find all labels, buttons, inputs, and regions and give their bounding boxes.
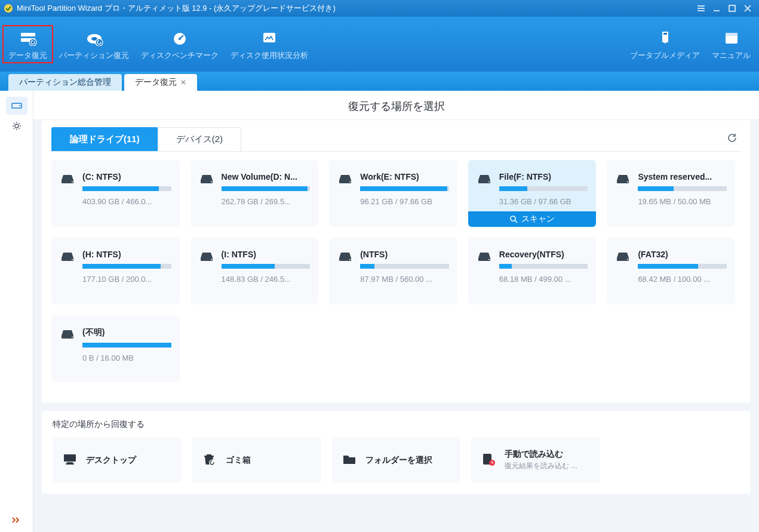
svg-point-21 (488, 182, 490, 183)
svg-point-18 (72, 182, 73, 183)
close-button[interactable] (740, 2, 755, 15)
toolbar-ディスクベンチマーク[interactable]: ディスクベンチマーク (135, 25, 225, 63)
svg-point-22 (511, 216, 515, 221)
tab-パーティション総合管理[interactable]: パーティション総合管理 (8, 74, 122, 91)
sidebar (0, 91, 33, 532)
scan-button[interactable]: スキャン (468, 211, 597, 227)
svg-point-19 (211, 182, 212, 183)
usage-bar (499, 186, 588, 191)
toolbar-icon (170, 30, 190, 47)
svg-rect-10 (263, 33, 275, 42)
toolbar-right-ブータブルメディア[interactable]: ブータブルメディア (624, 25, 706, 63)
toolbar-icon (655, 30, 675, 47)
drive-usage: 0 B / 16.00 MB (82, 353, 171, 362)
svg-point-9 (179, 38, 181, 40)
toolbar-right-マニュアル[interactable]: マニュアル (706, 25, 757, 63)
drive-card[interactable]: System reserved...19.65 MB / 50.00 MB (607, 160, 735, 227)
drive-card[interactable]: New Volume(D: N...262.78 GB / 269.5... (190, 160, 319, 227)
location-card[interactable]: フォルダーを選択 (332, 437, 461, 483)
toolbar-パーティション復元[interactable]: パーティション復元 (53, 25, 135, 63)
tab-データ復元[interactable]: データ復元✕ (124, 74, 197, 91)
toolbar-icon (84, 30, 105, 47)
maximize-button[interactable] (724, 2, 740, 15)
drive-name: (C: NTFS) (82, 172, 171, 182)
menu-icon[interactable] (693, 2, 709, 15)
svg-point-23 (627, 182, 628, 183)
disk-icon (337, 173, 353, 187)
toolbar-icon (721, 30, 742, 47)
lower-panel-title: 特定の場所から回復する (53, 419, 740, 430)
drive-usage: 177.10 GB / 200.0... (82, 275, 171, 284)
drive-usage: 68.42 MB / 100.00 ... (638, 275, 727, 284)
drive-usage: 148.83 GB / 246.5... (222, 275, 311, 284)
tab-label: パーティション総合管理 (19, 77, 111, 88)
location-card[interactable]: デスクトップ (53, 437, 182, 483)
usage-bar (222, 186, 311, 191)
disk-icon (477, 251, 492, 265)
drive-card[interactable]: (I: NTFS)148.83 GB / 246.5... (190, 238, 319, 305)
sidebar-expand-icon[interactable] (11, 515, 22, 526)
close-icon[interactable]: ✕ (180, 78, 186, 87)
tabstrip: パーティション総合管理データ復元✕ (0, 72, 759, 91)
sidebar-settings-icon[interactable] (6, 117, 27, 135)
svg-rect-34 (204, 456, 214, 457)
location-card[interactable]: 手動で読み込む復元結果を読み込む ... (471, 437, 600, 483)
drive-usage: 262.78 GB / 269.5... (222, 197, 311, 206)
sidebar-drive-icon[interactable] (6, 97, 27, 115)
drive-card[interactable]: (C: NTFS)403.90 GB / 466.0... (51, 160, 180, 227)
location-icon (202, 452, 219, 469)
app-logo-icon (4, 4, 13, 13)
location-icon (62, 453, 79, 468)
minimize-button[interactable] (709, 2, 724, 15)
toolbar-label: マニュアル (712, 50, 751, 61)
toolbar-label: パーティション復元 (59, 50, 129, 61)
svg-point-20 (349, 182, 351, 183)
toolbar-label: データ復元 (8, 50, 47, 61)
svg-point-7 (96, 39, 103, 46)
svg-point-25 (211, 259, 212, 260)
disk-icon (615, 251, 631, 265)
svg-point-4 (29, 39, 36, 46)
drive-card[interactable]: (H: NTFS)177.10 GB / 200.0... (51, 238, 180, 305)
inner-tab-デバイス(2)[interactable]: デバイス(2) (158, 127, 241, 151)
drive-usage: 87.97 MB / 560.00 ... (360, 275, 449, 284)
toolbar-label: ディスクベンチマーク (141, 50, 219, 61)
inner-tab-論理ドライブ(11)[interactable]: 論理ドライブ(11) (51, 127, 158, 151)
usage-bar (499, 264, 588, 269)
svg-rect-12 (663, 33, 667, 35)
location-card[interactable]: ゴミ箱 (192, 437, 321, 483)
drive-card[interactable]: File(F: NTFS)31.36 GB / 97.66 GBスキャン (468, 160, 597, 227)
location-icon (481, 452, 497, 469)
location-title: フォルダーを選択 (365, 455, 432, 466)
toolbar: データ復元パーティション復元ディスクベンチマークディスク使用状況分析 ブータブル… (0, 17, 759, 72)
svg-point-27 (488, 259, 490, 260)
drive-name: (I: NTFS) (222, 250, 311, 259)
drive-card[interactable]: (不明)0 B / 16.00 MB (51, 315, 180, 382)
toolbar-ディスク使用状況分析[interactable]: ディスク使用状況分析 (225, 25, 314, 63)
drive-card[interactable]: (NTFS)87.97 MB / 560.00 ... (329, 238, 457, 305)
drive-name: Work(E: NTFS) (360, 172, 449, 182)
drive-name: System reserved... (638, 172, 727, 182)
drive-name: New Volume(D: N... (222, 172, 311, 182)
svg-rect-30 (64, 454, 76, 462)
location-icon (342, 453, 358, 468)
svg-point-16 (19, 105, 20, 106)
svg-point-26 (349, 259, 351, 260)
usage-bar (82, 264, 171, 269)
drive-name: (FAT32) (638, 250, 727, 259)
titlebar: MiniTool Partition Wizard プロ・アルティメット版 12… (0, 0, 759, 17)
disk-icon (477, 173, 492, 187)
toolbar-データ復元[interactable]: データ復元 (2, 25, 53, 63)
location-title: デスクトップ (86, 455, 136, 466)
drive-name: (不明) (82, 327, 171, 338)
disk-icon (60, 173, 75, 187)
drive-card[interactable]: Work(E: NTFS)96.21 GB / 97.66 GB (329, 160, 457, 227)
usage-bar (82, 186, 171, 191)
drive-name: (NTFS) (360, 250, 449, 259)
svg-point-0 (4, 4, 13, 13)
drive-card[interactable]: Recovery(NTFS)68.18 MB / 499.00 ... (468, 238, 597, 305)
drive-card[interactable]: (FAT32)68.42 MB / 100.00 ... (607, 238, 735, 305)
svg-point-24 (72, 259, 73, 260)
refresh-icon[interactable] (723, 129, 741, 149)
usage-bar (82, 343, 171, 348)
